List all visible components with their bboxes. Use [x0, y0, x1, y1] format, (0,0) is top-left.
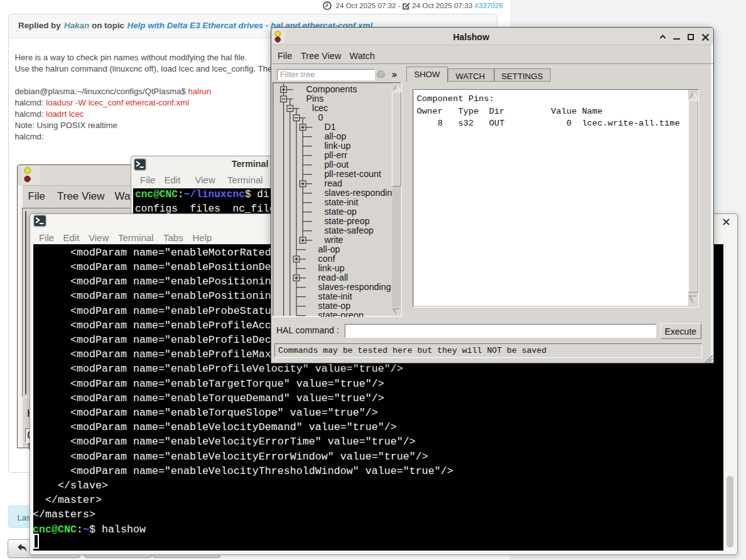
- svg-text:slaves-responding: slaves-responding: [318, 282, 391, 292]
- svg-text:state-safeop: state-safeop: [324, 225, 374, 235]
- svg-text:state-preop: state-preop: [318, 310, 363, 317]
- svg-text:state-init: state-init: [324, 197, 358, 207]
- svg-text:Components: Components: [306, 84, 357, 94]
- svg-text:write: write: [323, 235, 343, 245]
- svg-text:lcec: lcec: [312, 103, 328, 113]
- svg-text:all-op: all-op: [324, 131, 346, 141]
- svg-text:conf: conf: [318, 254, 335, 264]
- svg-text:read-all: read-all: [318, 272, 348, 283]
- svg-text:link-up: link-up: [318, 263, 344, 273]
- svg-text:D1: D1: [324, 122, 335, 132]
- svg-text:pll-err: pll-err: [324, 150, 347, 160]
- svg-text:state-op: state-op: [318, 301, 350, 311]
- svg-text:state-init: state-init: [318, 291, 352, 301]
- svg-text:pll-out: pll-out: [324, 159, 349, 170]
- svg-text:pll-reset-count: pll-reset-count: [324, 169, 381, 179]
- svg-text:Pins: Pins: [306, 94, 323, 104]
- svg-text:state-op: state-op: [324, 207, 357, 217]
- svg-text:slaves-responding: slaves-responding: [324, 188, 397, 198]
- svg-text:all-op: all-op: [318, 244, 340, 254]
- svg-text:state-preop: state-preop: [324, 216, 369, 226]
- svg-text:read: read: [324, 178, 342, 188]
- svg-text:0: 0: [318, 112, 323, 122]
- svg-text:link-up: link-up: [324, 141, 350, 151]
